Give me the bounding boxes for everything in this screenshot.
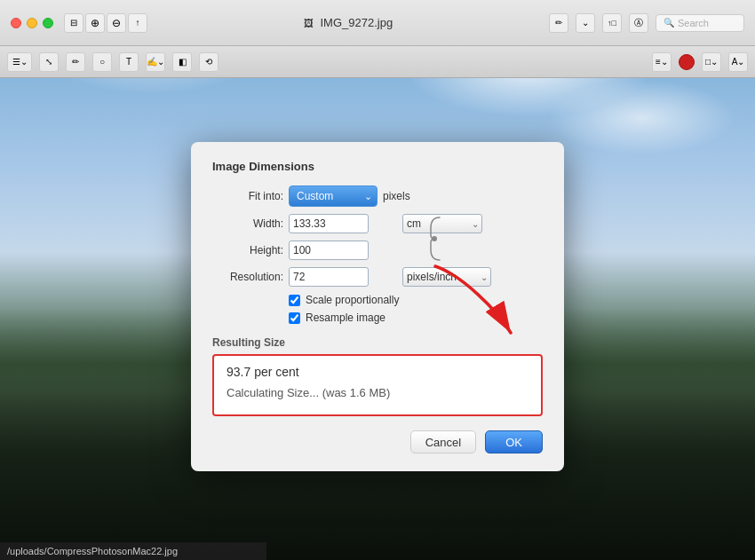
arrow-annotation: [426, 257, 533, 346]
dialog-title: Image Dimensions: [212, 160, 543, 173]
cancel-button[interactable]: Cancel: [410, 430, 476, 454]
svg-point-0: [432, 236, 437, 241]
resulting-section: Resulting Size 93.7 per cent Calculating…: [212, 336, 543, 416]
ok-button[interactable]: OK: [485, 430, 543, 454]
height-input[interactable]: [289, 241, 369, 260]
fit-into-select-wrapper[interactable]: Custom Fit: [289, 185, 378, 207]
fit-into-select[interactable]: Custom Fit: [289, 185, 378, 207]
pixels-label: pixels: [383, 190, 410, 202]
scale-proportionally-label: Scale proportionally: [306, 294, 399, 306]
resolution-input[interactable]: [289, 267, 369, 287]
dialog-overlay: Image Dimensions Fit into: Custom Fit pi…: [0, 0, 755, 560]
fit-into-row: Fit into: Custom Fit pixels: [212, 185, 543, 207]
height-label: Height:: [212, 244, 283, 256]
width-label: Width:: [212, 217, 283, 230]
resolution-label: Resolution:: [212, 271, 283, 283]
width-input[interactable]: [289, 214, 369, 233]
wh-group: Width: cm px in mm Height:: [212, 214, 543, 260]
scale-proportionally-checkbox[interactable]: [289, 295, 300, 306]
fit-into-label: Fit into:: [212, 190, 283, 202]
dialog-buttons: Cancel OK: [212, 430, 543, 454]
resulting-box: 93.7 per cent Calculating Size... (was 1…: [212, 354, 543, 416]
resulting-calc: Calculating Size... (was 1.6 MB): [226, 386, 528, 399]
width-row: Width: cm px in mm: [212, 214, 543, 233]
resample-image-checkbox[interactable]: [289, 312, 300, 324]
resulting-percent: 93.7 per cent: [226, 365, 528, 379]
resample-image-label: Resample image: [306, 312, 385, 324]
link-bracket: [427, 216, 443, 262]
